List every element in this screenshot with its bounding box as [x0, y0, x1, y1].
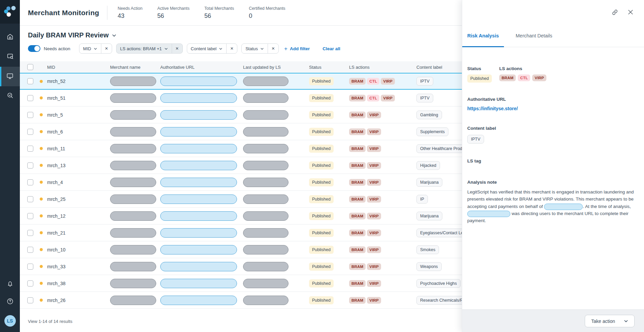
- help-icon[interactable]: [6, 298, 14, 306]
- clear-all-button[interactable]: Clear all: [323, 46, 340, 51]
- sidebar-item-home[interactable]: [0, 28, 20, 47]
- sidebar-item-merchant-lookup[interactable]: [0, 47, 20, 67]
- redacted-auth-url-pill: [160, 93, 237, 103]
- main-content: Merchant Monitoring Needs Action43Active…: [20, 0, 462, 332]
- table-row[interactable]: mrch_51PublishedBRAMCTLVIRPIPTV: [20, 90, 462, 107]
- panel-ls-actions-label: LS actions: [499, 66, 546, 71]
- filter-chip-remove[interactable]: ✕: [226, 44, 237, 53]
- row-checkbox[interactable]: [27, 213, 33, 219]
- filter-chip-dropdown[interactable]: MID: [79, 44, 101, 53]
- filter-chip-remove[interactable]: ✕: [101, 44, 112, 53]
- table-row[interactable]: mrch_33PublishedBRAMVIRPWeapons: [20, 258, 462, 275]
- row-checkbox[interactable]: [27, 146, 33, 152]
- table-row[interactable]: mrch_10PublishedBRAMVIRPSmokes: [20, 241, 462, 258]
- table-row[interactable]: mrch_25PublishedBRAMVIRPIP: [20, 191, 462, 208]
- needs-action-dot: [40, 231, 43, 234]
- main-header: Merchant Monitoring Needs Action43Active…: [20, 0, 462, 26]
- filter-chip-dropdown[interactable]: LS actions: BRAM +1: [116, 44, 172, 53]
- table-row[interactable]: mrch_12PublishedBRAMVIRPMarijuana: [20, 208, 462, 224]
- redacted-merchant-name-pill: [110, 296, 156, 305]
- needs-action-dot: [40, 214, 43, 217]
- row-checkbox[interactable]: [27, 196, 33, 202]
- take-action-button[interactable]: Take action: [585, 315, 635, 327]
- tab-merchant-details[interactable]: Merchant Details: [511, 26, 557, 47]
- notifications-bell-icon[interactable]: [6, 280, 14, 289]
- add-filter-button[interactable]: + Add filter: [284, 46, 310, 52]
- table-row[interactable]: mrch_26PublishedBRAMVIRPResearch Chemica…: [20, 292, 462, 309]
- row-checkbox[interactable]: [27, 179, 33, 185]
- copy-link-icon[interactable]: [611, 9, 618, 17]
- row-status-badge: Published: [309, 77, 334, 85]
- table-row[interactable]: mrch_52PublishedBRAMCTLVIRPIPTV: [20, 73, 462, 90]
- panel-ls-actions-group: LS actions BRAMCTLVIRP: [499, 66, 546, 83]
- row-checkbox[interactable]: [27, 280, 33, 286]
- row-mid: mrch_52: [47, 79, 65, 84]
- chevron-down-icon: [624, 319, 628, 323]
- row-mid: mrch_11: [47, 146, 65, 151]
- row-checkbox[interactable]: [27, 230, 33, 236]
- authoritative-url-link[interactable]: https://infinityse.store/: [467, 106, 518, 111]
- redacted-merchant-name-pill: [110, 110, 156, 120]
- redacted-merchant-name-pill: [110, 279, 156, 288]
- redacted-last-updated-pill: [243, 144, 289, 153]
- select-all-checkbox[interactable]: [27, 64, 33, 70]
- sidebar-item-review[interactable]: [0, 86, 20, 106]
- close-panel-icon[interactable]: [627, 9, 634, 17]
- row-content-label-badge: Other Healthcare Products: [416, 144, 462, 153]
- row-checkbox[interactable]: [27, 247, 33, 253]
- panel-auth-url-label: Authoritative URL: [467, 97, 634, 102]
- tab-risk-analysis[interactable]: Risk Analysis: [462, 26, 504, 47]
- row-checkbox[interactable]: [27, 162, 33, 169]
- filter-chip-dropdown[interactable]: Status: [242, 44, 268, 53]
- table-row[interactable]: mrch_38PublishedBRAMVIRPPsychoactive Hig…: [20, 275, 462, 292]
- user-avatar[interactable]: LS: [4, 315, 16, 327]
- table-row[interactable]: mrch_5PublishedBRAMVIRPGambling: [20, 107, 462, 123]
- row-mid: mrch_12: [47, 213, 65, 219]
- add-filter-label: Add filter: [290, 46, 310, 51]
- filter-chip-remove[interactable]: ✕: [172, 44, 182, 53]
- row-checkbox[interactable]: [27, 129, 33, 135]
- chevron-down-icon: [164, 47, 168, 51]
- sidebar: LS: [0, 0, 20, 332]
- ls-action-chip: CTL: [367, 78, 379, 85]
- page-title: Merchant Monitoring: [28, 9, 99, 17]
- needs-action-dot: [40, 113, 43, 116]
- sidebar-item-merchant-monitoring[interactable]: [0, 67, 20, 86]
- filter-chip-dropdown[interactable]: Content label: [187, 44, 227, 53]
- column-header-content-label: Content label: [416, 65, 462, 70]
- column-header-status: Status: [309, 65, 349, 70]
- stat-value: 0: [249, 12, 285, 20]
- row-status-badge: Published: [309, 263, 334, 271]
- view-title-row[interactable]: Daily BRAM VIRP Review: [28, 31, 462, 39]
- row-content-label-badge: Marijuana: [416, 178, 442, 187]
- row-status-badge: Published: [309, 279, 334, 288]
- card-search-icon: [6, 53, 14, 61]
- row-checkbox[interactable]: [27, 78, 33, 84]
- needs-action-dot: [40, 198, 43, 201]
- table-row[interactable]: mrch_21PublishedBRAMVIRPEyeglasses/Conta…: [20, 224, 462, 241]
- view-title: Daily BRAM VIRP Review: [28, 31, 109, 39]
- panel-analysis-note-section: Analysis note LegitScript has verified t…: [467, 180, 634, 224]
- row-checkbox[interactable]: [27, 95, 33, 101]
- table-row[interactable]: mrch_6PublishedBRAMVIRPSupplements: [20, 123, 462, 140]
- row-content-label-badge: Supplements: [416, 127, 448, 136]
- row-checkbox[interactable]: [27, 264, 33, 270]
- needs-action-toggle[interactable]: [28, 45, 40, 52]
- redacted-merchant-name-pill: [110, 194, 156, 204]
- redacted-merchant-name-pill: [110, 262, 156, 271]
- table-row[interactable]: mrch_4PublishedBRAMVIRPMarijuana: [20, 174, 462, 191]
- ls-action-chip: VIRP: [367, 263, 381, 270]
- redacted-value-pill: [544, 204, 583, 210]
- row-content-label-badge: Eyeglasses/Contact Lenses: [416, 229, 462, 237]
- row-checkbox[interactable]: [27, 112, 33, 118]
- redacted-last-updated-pill: [243, 77, 289, 86]
- panel-footer: Take action: [462, 309, 644, 332]
- stat-value: 56: [204, 12, 234, 20]
- toolbar: Daily BRAM VIRP Review Needs action MID✕…: [20, 31, 462, 54]
- row-checkbox[interactable]: [27, 297, 33, 303]
- panel-status-group: Status Published: [467, 66, 499, 83]
- table-row[interactable]: mrch_13PublishedBRAMVIRPHijacked: [20, 157, 462, 174]
- search-check-icon: [6, 92, 14, 100]
- filter-chip-remove[interactable]: ✕: [268, 44, 278, 53]
- table-row[interactable]: mrch_11PublishedBRAMVIRPOther Healthcare…: [20, 140, 462, 157]
